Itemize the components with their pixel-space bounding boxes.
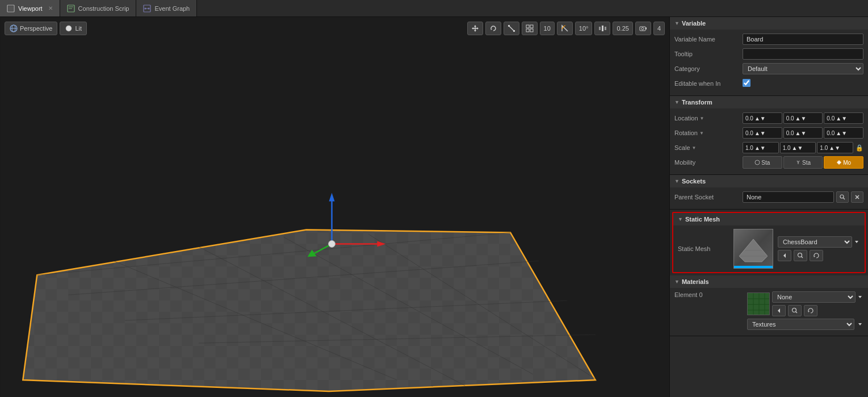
tab-viewport[interactable]: Viewport ✕: [0, 0, 60, 16]
viewport-toolbar: Perspective Lit: [5, 22, 665, 35]
translate-btn[interactable]: [467, 22, 483, 35]
scale-lock-icon[interactable]: 🔒: [856, 144, 863, 152]
rotation-y-value: 0.0: [786, 130, 794, 136]
rotation-y-cell[interactable]: 0.0 ▲▼: [783, 127, 823, 139]
move-snap-btn[interactable]: [594, 22, 610, 35]
sockets-header-label: Sockets: [682, 178, 706, 185]
viewport[interactable]: Perspective Lit: [0, 17, 669, 397]
location-y-value: 0.0: [786, 115, 794, 122]
scale-z-value: 1.0: [820, 145, 828, 151]
scale-y-value: 1.0: [783, 145, 791, 151]
rotation-z-cell[interactable]: 0.0 ▲▼: [824, 127, 863, 139]
static-mesh-section-header[interactable]: ▼ Static Mesh: [673, 213, 865, 225]
angle-size-label: 10°: [579, 25, 589, 32]
mobility-static-btn[interactable]: Sta: [743, 156, 782, 169]
svg-marker-39: [477, 27, 479, 30]
variable-name-input[interactable]: [743, 34, 863, 45]
static-mesh-section: ▼ Static Mesh Static Mesh: [672, 212, 866, 273]
tab-construction[interactable]: Construction Scrip: [60, 0, 137, 16]
svg-marker-37: [474, 30, 476, 32]
variable-arrow-icon: ▼: [674, 20, 680, 26]
move-size-label: 0.25: [617, 25, 628, 32]
socket-search-btn[interactable]: [836, 191, 849, 203]
right-panel: ▼ Variable Variable Name Tooltip: [669, 17, 868, 397]
socket-controls: [743, 191, 863, 203]
material-select[interactable]: None: [772, 291, 856, 303]
tab-eventgraph[interactable]: Event Graph: [136, 0, 197, 16]
svg-marker-36: [474, 25, 476, 27]
material-search-btn[interactable]: [788, 305, 802, 316]
camera-speed-btn[interactable]: 4: [653, 22, 665, 35]
rotation-x-cell[interactable]: 0.0 ▲▼: [743, 127, 782, 139]
scale-x-cell[interactable]: 1.0 ▲▼: [743, 142, 779, 153]
variable-section-header[interactable]: ▼ Variable: [670, 17, 868, 30]
sockets-section-header[interactable]: ▼ Sockets: [670, 175, 868, 187]
angle-size-btn[interactable]: 10°: [575, 22, 593, 35]
angle-snap-btn[interactable]: [557, 22, 573, 35]
variable-name-row: Variable Name: [674, 33, 863, 45]
mesh-name-select[interactable]: ChessBoard: [778, 236, 852, 248]
material-arrow-btn[interactable]: [772, 305, 786, 316]
materials-header-label: Materials: [682, 278, 709, 285]
location-y-cell[interactable]: 0.0 ▲▼: [783, 112, 823, 124]
mobility-stationary-label: Sta: [802, 160, 811, 166]
mobility-stationary-btn[interactable]: Sta: [783, 156, 823, 169]
rotation-triple: 0.0 ▲▼ 0.0 ▲▼ 0.0 ▲▼: [743, 127, 863, 139]
mobility-row: Mobility Sta: [674, 156, 863, 169]
material-refresh-btn[interactable]: [804, 305, 817, 316]
variable-header-label: Variable: [682, 20, 706, 27]
scale-y-cell[interactable]: 1.0 ▲▼: [780, 142, 816, 153]
mesh-prop-row: Static Mesh: [678, 229, 860, 269]
search-icon: [840, 194, 845, 200]
socket-clear-btn[interactable]: [851, 191, 863, 203]
grid-btn[interactable]: [522, 22, 538, 35]
rotate-btn[interactable]: [485, 22, 501, 35]
parent-socket-input[interactable]: [743, 191, 834, 203]
rotation-row: Rotation ▼ 0.0 ▲▼ 0.0 ▲▼ 0.0: [674, 127, 863, 139]
scale-triple: 1.0 ▲▼ 1.0 ▲▼ 1.0 ▲▼: [743, 142, 853, 153]
svg-marker-86: [858, 323, 862, 325]
mobility-movable-btn[interactable]: Mo: [824, 156, 863, 169]
svg-rect-47: [530, 29, 533, 32]
materials-arrow-icon: ▼: [674, 279, 680, 285]
rotation-z-arrow: ▲▼: [836, 130, 847, 136]
perspective-toggle-btn[interactable]: Perspective: [5, 22, 57, 35]
tab-close-icon[interactable]: ✕: [48, 5, 53, 11]
perspective-label: Perspective: [20, 25, 52, 32]
svg-rect-50: [605, 27, 606, 30]
lit-toggle-btn[interactable]: Lit: [60, 22, 87, 35]
stationary-icon: [795, 160, 801, 165]
mesh-thumbnail-bar: [734, 266, 773, 268]
editable-checkbox[interactable]: [743, 79, 750, 87]
grid-size-btn[interactable]: 10: [540, 22, 555, 35]
move-size-btn[interactable]: 0.25: [613, 22, 632, 35]
location-z-cell[interactable]: 0.0 ▲▼: [824, 112, 863, 124]
viewport-icon: [7, 5, 15, 12]
svg-point-33: [66, 26, 72, 31]
sockets-content: Parent Socket: [670, 187, 868, 209]
angle-snap-icon: [561, 24, 569, 32]
refresh-icon: [813, 252, 820, 259]
transform-section-header[interactable]: ▼ Transform: [670, 96, 868, 108]
scale-z-cell[interactable]: 1.0 ▲▼: [817, 142, 853, 153]
static-mesh-content: Static Mesh: [673, 225, 865, 272]
mesh-search-btn[interactable]: [794, 250, 807, 261]
mesh-refresh-btn[interactable]: [810, 250, 823, 261]
textures-dropdown-icon: [857, 321, 863, 328]
textures-select[interactable]: Textures: [747, 319, 854, 330]
svg-point-83: [792, 308, 796, 312]
scale-x-value: 1.0: [745, 145, 753, 151]
tooltip-input[interactable]: [743, 48, 863, 60]
camera-btn[interactable]: [635, 22, 651, 35]
location-x-cell[interactable]: 0.0 ▲▼: [743, 112, 782, 124]
scale-btn[interactable]: [504, 22, 519, 35]
scale-z-arrow: ▲▼: [829, 145, 840, 151]
materials-section-header[interactable]: ▼ Materials: [670, 275, 868, 288]
mesh-arrow-btn[interactable]: [778, 250, 791, 261]
tab-bar: Viewport ✕ Construction Scrip Event Grap…: [0, 0, 868, 17]
location-label: Location ▼: [674, 115, 743, 122]
category-select[interactable]: Default: [743, 63, 863, 74]
mesh-thumbnail: [733, 229, 773, 269]
tab-eventgraph-label: Event Graph: [154, 5, 190, 12]
svg-line-56: [798, 161, 799, 162]
